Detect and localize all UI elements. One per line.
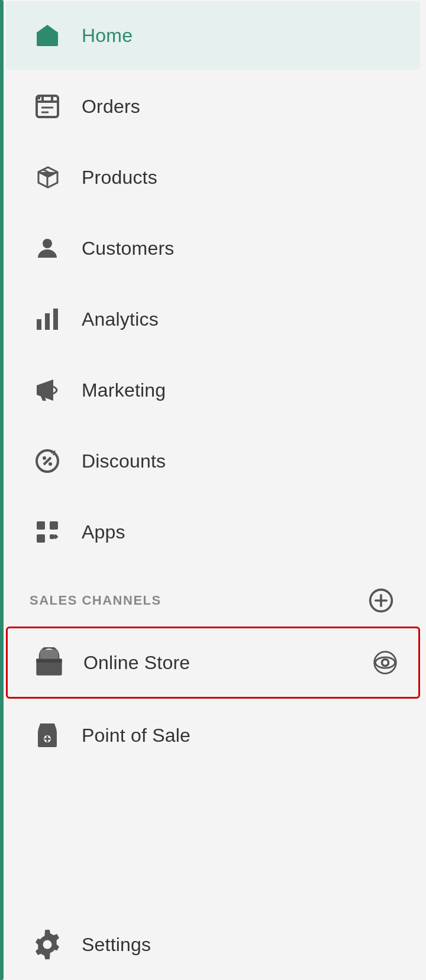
sidebar-item-discounts[interactable]: Discounts <box>6 427 420 495</box>
sidebar-item-point-of-sale[interactable]: Point of Sale <box>6 701 420 770</box>
settings-icon <box>30 927 65 962</box>
orders-icon <box>30 89 65 124</box>
sidebar-item-online-store-label: Online Store <box>83 652 395 674</box>
active-bar <box>0 0 4 980</box>
svg-rect-8 <box>37 521 45 530</box>
sidebar-item-analytics-label: Analytics <box>82 309 159 330</box>
sidebar-item-point-of-sale-label: Point of Sale <box>82 725 191 747</box>
sidebar-item-apps[interactable]: Apps <box>6 498 420 566</box>
svg-rect-14 <box>40 650 58 658</box>
svg-point-18 <box>383 660 387 664</box>
svg-point-1 <box>43 239 52 248</box>
online-store-icon <box>31 645 67 680</box>
sidebar: Home Orders Products <box>0 0 426 980</box>
svg-rect-3 <box>45 313 50 330</box>
sidebar-item-products[interactable]: Products <box>6 143 420 212</box>
sales-channels-label: SALES CHANNELS <box>30 593 162 608</box>
apps-icon <box>30 514 65 550</box>
svg-rect-2 <box>37 319 41 330</box>
point-of-sale-icon <box>30 718 65 753</box>
sidebar-item-settings[interactable]: Settings <box>6 910 420 979</box>
svg-point-22 <box>43 940 52 949</box>
svg-rect-4 <box>53 309 58 330</box>
sidebar-item-customers-label: Customers <box>82 238 175 259</box>
svg-rect-10 <box>37 534 45 543</box>
products-icon <box>30 160 65 195</box>
sidebar-item-analytics[interactable]: Analytics <box>6 285 420 353</box>
home-icon <box>30 18 65 53</box>
svg-rect-15 <box>36 659 62 663</box>
marketing-icon <box>30 372 65 408</box>
sidebar-item-home-label: Home <box>82 25 133 47</box>
discounts-icon <box>30 443 65 479</box>
svg-point-7 <box>49 462 52 466</box>
sidebar-item-discounts-label: Discounts <box>82 450 166 472</box>
sidebar-item-marketing-label: Marketing <box>82 379 166 401</box>
sidebar-item-orders[interactable]: Orders <box>6 72 420 141</box>
sidebar-item-apps-label: Apps <box>82 521 125 543</box>
sidebar-item-orders-label: Orders <box>82 96 140 118</box>
analytics-icon <box>30 301 65 337</box>
sidebar-spacer <box>0 771 426 909</box>
svg-rect-9 <box>50 521 58 530</box>
sidebar-item-settings-label: Settings <box>82 934 151 956</box>
sidebar-item-marketing[interactable]: Marketing <box>6 356 420 424</box>
sales-channels-header: SALES CHANNELS <box>6 573 420 625</box>
sidebar-item-online-store[interactable]: Online Store <box>6 627 420 699</box>
add-channel-button[interactable] <box>366 585 396 616</box>
customers-icon <box>30 231 65 266</box>
sidebar-item-customers[interactable]: Customers <box>6 214 420 283</box>
online-store-visibility-button[interactable] <box>370 647 401 678</box>
sidebar-item-products-label: Products <box>82 167 157 189</box>
sidebar-item-home[interactable]: Home <box>6 1 420 70</box>
svg-point-6 <box>43 456 46 460</box>
